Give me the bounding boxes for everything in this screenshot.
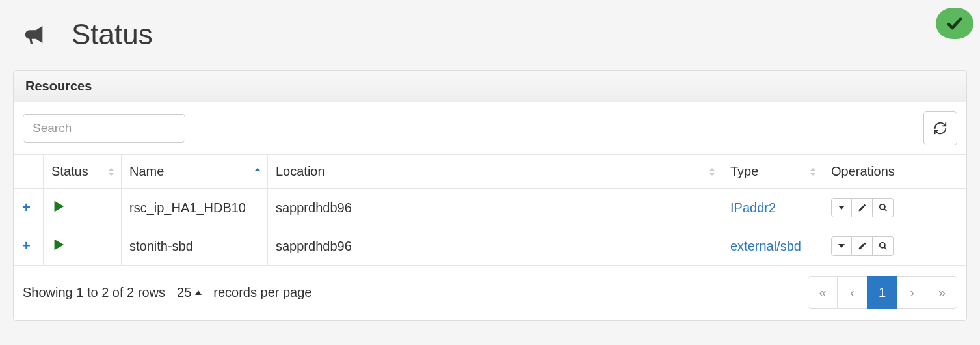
page-first-button[interactable]: « (808, 276, 838, 309)
refresh-button[interactable] (923, 111, 957, 145)
expand-row-button[interactable]: + (22, 238, 31, 254)
table-row: + stonith-sbd sapprdhdb96 external/sbd (14, 227, 966, 266)
detail-button[interactable] (873, 198, 894, 217)
caret-up-icon (195, 290, 202, 295)
operations-group (831, 236, 958, 256)
rows-summary: Showing 1 to 2 of 2 rows (23, 285, 165, 300)
svg-point-4 (879, 243, 884, 248)
resources-panel: Resources Status (13, 70, 967, 321)
resource-location: sapprdhdb96 (268, 227, 722, 266)
svg-marker-0 (55, 200, 64, 212)
page-number-current[interactable]: 1 (867, 276, 897, 309)
page-prev-button[interactable]: ‹ (838, 276, 867, 309)
caret-down-icon (838, 206, 845, 210)
column-type[interactable]: Type (722, 155, 823, 189)
resource-name: stonith-sbd (122, 227, 268, 266)
edit-button[interactable] (852, 198, 873, 217)
expand-row-button[interactable]: + (22, 199, 31, 215)
pencil-icon (858, 242, 867, 251)
operations-menu-button[interactable] (831, 198, 852, 217)
column-name[interactable]: Name (122, 155, 268, 189)
sort-icon (108, 168, 114, 176)
cluster-status-ok-icon (936, 8, 973, 39)
page-last-button[interactable]: » (927, 276, 957, 309)
svg-marker-3 (55, 239, 64, 250)
panel-toolbar (14, 102, 966, 154)
pagination: « ‹ 1 › » (808, 276, 957, 309)
svg-point-1 (879, 204, 884, 210)
column-operations: Operations (823, 155, 966, 189)
panel-heading: Resources (14, 71, 966, 102)
svg-line-2 (884, 209, 886, 212)
panel-footer: Showing 1 to 2 of 2 rows 25 records per … (14, 266, 966, 320)
resource-location: sapprdhdb96 (268, 189, 722, 227)
page-title: Status (72, 18, 153, 51)
caret-down-icon (838, 244, 845, 248)
records-per-page-label: records per page (213, 285, 311, 300)
bullhorn-icon (20, 21, 52, 48)
svg-line-5 (884, 247, 886, 250)
page-next-button[interactable]: › (897, 276, 927, 309)
operations-menu-button[interactable] (831, 236, 852, 256)
refresh-icon (933, 121, 947, 135)
sort-asc-icon (254, 168, 261, 176)
page-header: Status (0, 0, 980, 70)
resources-table: Status Name Location Type (14, 154, 966, 266)
detail-button[interactable] (873, 236, 894, 256)
sort-icon (709, 168, 715, 176)
search-input[interactable] (23, 114, 185, 143)
table-row: + rsc_ip_HA1_HDB10 sapprdhdb96 IPaddr2 (14, 189, 966, 227)
edit-button[interactable] (852, 236, 873, 256)
page-size-selector[interactable]: 25 (177, 285, 202, 300)
resource-type-link[interactable]: external/sbd (730, 239, 801, 253)
magnifier-icon (879, 242, 888, 251)
resource-name: rsc_ip_HA1_HDB10 (122, 189, 268, 227)
column-status[interactable]: Status (44, 155, 122, 189)
pencil-icon (858, 203, 867, 212)
page-size-value: 25 (177, 285, 191, 300)
operations-group (831, 198, 958, 217)
column-location[interactable]: Location (268, 155, 722, 189)
sort-icon (810, 168, 816, 176)
column-expand (14, 155, 44, 189)
resource-type-link[interactable]: IPaddr2 (730, 200, 776, 215)
play-icon (51, 202, 66, 216)
play-icon (51, 240, 66, 255)
magnifier-icon (879, 203, 888, 212)
